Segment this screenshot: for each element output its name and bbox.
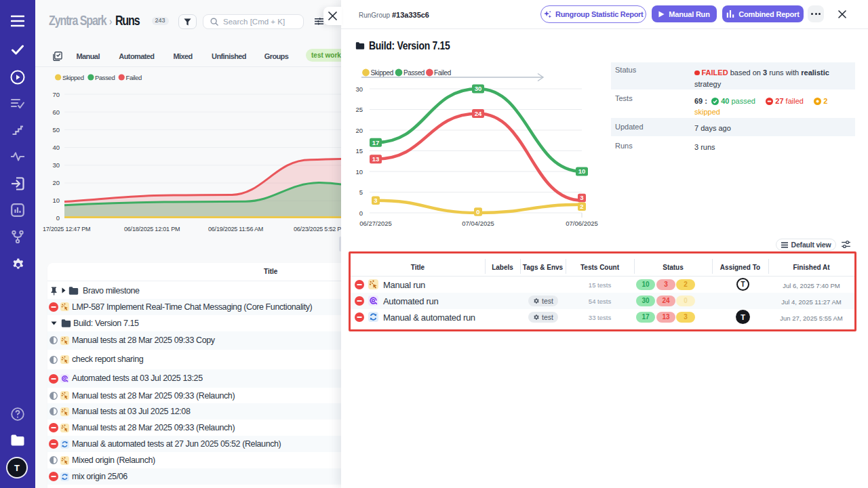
svg-text:20: 20 — [355, 127, 363, 134]
svg-text:10: 10 — [355, 168, 363, 176]
svg-text:17: 17 — [372, 139, 380, 146]
svg-text:0: 0 — [476, 208, 479, 216]
svg-text:0: 0 — [56, 214, 60, 222]
svg-text:06/18/2025 12:01 PM: 06/18/2025 12:01 PM — [124, 226, 180, 232]
svg-text:Skipped: Skipped — [62, 74, 84, 81]
svg-text:Skipped: Skipped — [371, 69, 393, 77]
svg-text:10: 10 — [52, 197, 60, 204]
svg-text:24: 24 — [475, 110, 482, 117]
svg-text:06/23/2025 5:52 P: 06/23/2025 5:52 P — [294, 226, 341, 232]
svg-text:17/2025 12:47 PM: 17/2025 12:47 PM — [43, 226, 90, 232]
svg-text:3: 3 — [374, 197, 377, 204]
svg-text:50: 50 — [52, 126, 60, 134]
svg-text:10: 10 — [578, 167, 586, 175]
svg-text:15: 15 — [355, 147, 363, 155]
svg-text:Passed: Passed — [403, 69, 425, 77]
svg-text:3: 3 — [580, 194, 583, 201]
svg-text:40: 40 — [52, 144, 60, 151]
svg-text:06/27/2025: 06/27/2025 — [359, 220, 392, 227]
svg-text:13: 13 — [372, 155, 380, 163]
svg-text:30: 30 — [355, 85, 363, 93]
svg-text:2: 2 — [580, 203, 583, 210]
svg-text:70: 70 — [52, 91, 60, 98]
svg-text:07/04/2025: 07/04/2025 — [462, 220, 494, 227]
svg-text:Failed: Failed — [126, 74, 142, 81]
svg-text:30: 30 — [52, 161, 60, 169]
svg-text:5: 5 — [359, 188, 363, 196]
svg-text:06/19/2025 11:56 AM: 06/19/2025 11:56 AM — [208, 226, 263, 232]
svg-text:20: 20 — [52, 179, 60, 186]
svg-text:Passed: Passed — [95, 74, 115, 81]
svg-text:60: 60 — [52, 108, 60, 116]
svg-text:25: 25 — [355, 106, 363, 113]
svg-text:07/06/2025: 07/06/2025 — [566, 220, 598, 227]
svg-text:30: 30 — [475, 85, 482, 92]
svg-text:0: 0 — [359, 209, 363, 217]
svg-text:Failed: Failed — [434, 69, 451, 77]
